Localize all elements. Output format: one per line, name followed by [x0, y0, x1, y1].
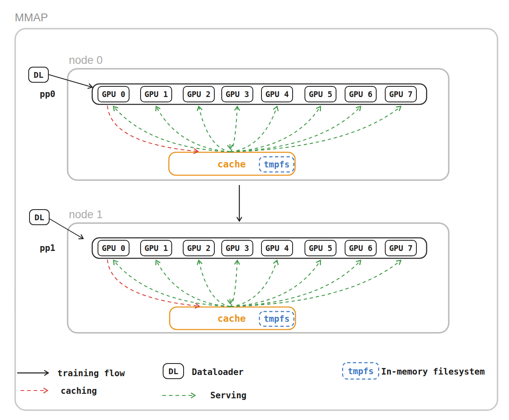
- legend: training flow caching DL Dataloader Serv…: [17, 363, 485, 400]
- gpu-label: GPU 6: [349, 90, 372, 99]
- diagram-canvas: MMAP node 0 DL pp0 GPU 0 GPU 1 GPU 2 GPU…: [0, 0, 509, 420]
- node-1-gpu-6: GPU 6: [345, 240, 376, 256]
- node-0-gpu-4: GPU 4: [261, 86, 293, 102]
- caching-arrow: [107, 260, 199, 306]
- gpu-label: GPU 4: [265, 90, 289, 99]
- legend-serving-label: Serving: [210, 391, 247, 400]
- node-1: node 1 DL pp1 GPU 0 GPU 1 GPU 2 GPU 3 GP…: [30, 208, 449, 333]
- node-0-gpu-6: GPU 6: [345, 86, 376, 102]
- gpu-label: GPU 0: [102, 244, 125, 253]
- node-0-gpu-7: GPU 7: [385, 86, 416, 102]
- node-1-dataloader: DL: [30, 210, 49, 225]
- node-0-gpu-0: GPU 0: [98, 86, 129, 102]
- node-0-gpu-2: GPU 2: [183, 86, 214, 102]
- gpu-label: GPU 0: [102, 90, 125, 99]
- gpu-label: GPU 4: [265, 244, 289, 253]
- serving-arrow: [199, 260, 230, 307]
- tmpfs-label: tmpfs: [264, 314, 289, 324]
- legend-training-flow-label: training flow: [57, 368, 125, 378]
- serving-arrow: [156, 106, 230, 152]
- gpu-label: GPU 7: [389, 244, 412, 253]
- node-0-pp-label: pp0: [40, 89, 55, 99]
- tmpfs-label: tmpfs: [264, 160, 289, 169]
- node-1-gpu-2: GPU 2: [183, 240, 214, 256]
- legend-tmpfs: tmpfs In-memory filesystem: [343, 363, 485, 379]
- serving-arrow: [230, 260, 401, 307]
- mmap-title: MMAP: [15, 11, 48, 24]
- serving-arrow: [230, 260, 277, 307]
- gpu-label: GPU 7: [389, 90, 412, 99]
- caching-arrow: [107, 106, 198, 151]
- node-0-gpu-5: GPU 5: [305, 86, 336, 102]
- legend-caching-label: caching: [61, 386, 97, 396]
- gpu-label: GPU 2: [187, 244, 210, 253]
- serving-arrow: [114, 106, 230, 152]
- node-0-label: node 0: [69, 54, 103, 66]
- training-flow-arrow: [49, 219, 83, 239]
- serving-arrow: [199, 106, 230, 152]
- node-0: node 0 DL pp0 GPU 0 GPU 1 GPU 2 GPU 3 GP…: [29, 54, 449, 180]
- node-1-cache: cache tmpfs: [170, 307, 295, 330]
- serving-arrow: [230, 106, 401, 152]
- gpu-label: GPU 1: [144, 244, 168, 253]
- gpu-label: GPU 5: [309, 90, 332, 99]
- serving-arrow: [114, 260, 230, 307]
- gpu-label: GPU 2: [187, 90, 210, 99]
- node-0-gpu-1: GPU 1: [141, 86, 172, 102]
- node-1-gpu-7: GPU 7: [385, 240, 416, 256]
- node-0-cache: cache tmpfs: [169, 152, 295, 175]
- serving-arrow: [156, 260, 230, 307]
- tmpfs-label: tmpfs: [348, 366, 373, 376]
- gpu-label: GPU 1: [144, 90, 168, 99]
- node-1-label: node 1: [69, 208, 103, 221]
- serving-arrow: [230, 260, 237, 307]
- training-flow-arrow: [48, 75, 92, 87]
- gpu-label: GPU 3: [225, 244, 249, 253]
- legend-dataloader-label: Dataloader: [192, 367, 243, 377]
- legend-in-memory-label: In-memory filesystem: [381, 367, 485, 377]
- node-1-gpu-4: GPU 4: [261, 240, 293, 256]
- gpu-label: GPU 6: [349, 244, 372, 253]
- dataloader-label: DL: [34, 70, 43, 80]
- gpu-label: GPU 3: [225, 90, 249, 99]
- gpu-label: GPU 5: [309, 244, 332, 253]
- serving-into-cache-arrow: [230, 144, 230, 149]
- node-0-dataloader: DL: [29, 67, 48, 82]
- serving-arrow: [230, 106, 320, 152]
- serving-arrow: [230, 260, 320, 307]
- node-1-gpu-3: GPU 3: [222, 240, 253, 256]
- serving-into-cache-arrow: [230, 299, 230, 304]
- dataloader-label: DL: [168, 366, 178, 376]
- legend-dataloader: DL Dataloader: [163, 364, 243, 379]
- serving-arrow: [230, 106, 237, 152]
- node-1-gpu-5: GPU 5: [305, 240, 336, 256]
- dataloader-label: DL: [34, 212, 44, 222]
- node-0-gpu-3: GPU 3: [222, 86, 253, 102]
- node-1-pp-label: pp1: [40, 243, 55, 253]
- cache-label: cache: [217, 159, 245, 169]
- node-1-gpu-1: GPU 1: [141, 240, 172, 256]
- node-1-gpu-0: GPU 0: [98, 240, 129, 256]
- cache-label: cache: [217, 313, 245, 324]
